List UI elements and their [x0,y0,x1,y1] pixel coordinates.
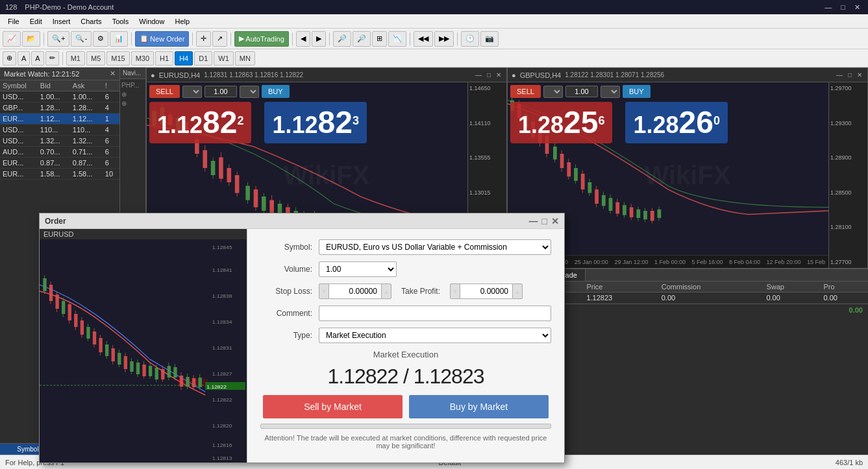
eurusd-sell-btn[interactable]: SELL [149,85,180,98]
menu-charts[interactable]: Charts [75,16,106,27]
close-btn[interactable]: ✕ [852,3,863,12]
gbpusd-buy-super: 0 [713,114,720,127]
eurusd-close-btn[interactable]: ✕ [495,71,502,78]
eurusd-sell-dropdown[interactable] [182,86,202,98]
tf-h1[interactable]: H1 [155,51,173,66]
zoom-chart-btn[interactable]: 🔎 [333,31,351,47]
gbpusd-close-btn[interactable]: ✕ [856,71,863,78]
col-bid: Bid [38,80,70,91]
dialog-close-btn[interactable]: ✕ [551,216,559,226]
menu-file[interactable]: File [3,16,25,27]
menu-window[interactable]: Window [134,16,169,27]
gbpusd-sell-btn[interactable]: SELL [510,85,541,98]
symbol-select[interactable]: EURUSD, Euro vs US Dollar Variable + Com… [319,239,551,255]
market-row[interactable]: USD... 110... 110... 4 [0,125,119,136]
move-left-btn[interactable]: ◀◀ [414,31,433,47]
eurusd-price-input[interactable] [205,86,237,97]
eurusd-title-left: ● EURUSD,H4 1.12831 1.12863 1.12816 1.12… [151,71,303,79]
gbpusd-price-input[interactable] [565,86,598,97]
indicators-btn[interactable]: 📊 [110,31,128,47]
new-order-btn[interactable]: 📋 New Order [135,31,189,47]
open-btn[interactable]: 📂 [22,31,40,47]
new-chart-btn[interactable]: 📈 [3,31,21,47]
ask-cell: 0.71... [70,147,103,158]
tf-m30[interactable]: M30 [131,51,154,66]
market-row[interactable]: EUR... 1.58... 1.58... 10 [0,169,119,180]
minimize-btn[interactable]: — [822,3,834,12]
sl-input[interactable] [329,283,381,299]
crosshair-btn[interactable]: ✛ [196,31,211,47]
buy-by-market-btn[interactable]: Buy by Market [409,395,549,418]
sell-by-market-btn[interactable]: Sell by Market [263,395,403,418]
menu-tools[interactable]: Tools [107,16,134,27]
zoom-in-btn[interactable]: 🔍+ [47,31,69,47]
tb2-text-btn[interactable]: A [18,51,30,66]
svg-text:1.12834: 1.12834 [212,319,232,325]
eurusd-restore-btn[interactable]: □ [486,71,492,78]
zoom-out2-btn[interactable]: 🔎 [353,31,371,47]
forward-btn[interactable]: ▶ [312,31,326,47]
tp-input[interactable] [460,283,512,299]
market-watch-close[interactable]: ✕ [110,69,116,78]
sl-decrement[interactable]: ▼ [319,283,329,299]
gbpusd-vol-dropdown[interactable] [601,86,620,98]
maximize-btn[interactable]: □ [838,3,848,12]
dialog-minimize-btn[interactable]: — [529,216,538,226]
volume-btn[interactable]: 📉 [388,31,406,47]
nav-item[interactable]: PHP... [121,82,144,89]
autotrading-btn[interactable]: ▶ AutoTrading [234,31,289,47]
dialog-maximize-btn[interactable]: □ [542,216,547,226]
gbpusd-minimize-btn[interactable]: — [835,71,844,78]
market-row[interactable]: AUD... 0.70... 0.71... 6 [0,147,119,158]
col-price: Price [582,282,657,293]
svg-rect-175 [161,369,164,379]
type-select[interactable]: Market Execution [319,328,551,343]
tp-label: Take Profit: [401,287,440,296]
market-row[interactable]: USD... 1.32... 1.32... 6 [0,136,119,147]
tf-h4[interactable]: H4 [175,51,193,66]
tb2-nav-btn[interactable]: ⊕ [3,51,16,66]
nav-item-icon[interactable]: ⊕ [121,91,144,98]
menu-edit[interactable]: Edit [25,16,47,27]
menu-help[interactable]: Help [169,16,195,27]
chart-props-btn[interactable]: ⚙ [93,31,108,47]
tp-increment[interactable]: ▲ [512,283,523,299]
tf-m5[interactable]: M5 [86,51,105,66]
zoom-out-btn[interactable]: 🔍- [71,31,92,47]
back-btn[interactable]: ◀ [296,31,310,47]
market-row[interactable]: EUR... 0.87... 0.87... 6 [0,158,119,169]
tf-w1[interactable]: W1 [214,51,234,66]
market-row[interactable]: GBP... 1.28... 1.28... 4 [0,102,119,114]
gbpusd-buy-btn[interactable]: BUY [623,85,651,98]
market-row-selected[interactable]: EUR... 1.12... 1.12... 1 [0,114,119,125]
menu-insert[interactable]: Insert [47,16,76,27]
grid-btn[interactable]: ⊞ [372,31,387,47]
tb2-draw-btn[interactable]: ✏ [45,51,59,66]
eurusd-minimize-btn[interactable]: — [474,71,483,78]
eurusd-vol-dropdown[interactable] [240,86,259,98]
eurusd-buy-btn[interactable]: BUY [262,85,290,98]
volume-select[interactable]: 1.00 [319,261,397,277]
clock-btn[interactable]: 🕐 [461,31,479,47]
tp-decrement[interactable]: ▼ [450,283,460,299]
sl-increment[interactable]: ▲ [381,283,391,299]
move-right-btn[interactable]: ▶▶ [434,31,454,47]
tb2-bold-btn[interactable]: A [31,51,43,66]
tf-mn[interactable]: MN [235,51,255,66]
market-watch-table: Symbol Bid Ask ! USD... 1.00... 1.00... … [0,80,119,180]
nav-item-2[interactable]: ⊕ [121,100,144,107]
tf-m1[interactable]: M1 [66,51,85,66]
window-controls[interactable]: — □ ✕ [822,3,863,12]
col-commission: Commission [658,282,763,293]
eurusd-prices: 1.12831 1.12863 1.12816 1.12822 [204,71,303,78]
gbpusd-restore-btn[interactable]: □ [847,71,853,78]
bid-cell: 1.32... [38,136,70,147]
screenshot-btn[interactable]: 📷 [480,31,499,47]
arrow-btn[interactable]: ↗ [212,31,227,47]
tf-m15[interactable]: M15 [106,51,129,66]
tf-d1[interactable]: D1 [194,51,212,66]
gbpusd-chart-titlebar: ● GBPUSD,H4 1.28122 1.28301 1.28071 1.28… [508,68,867,82]
market-row[interactable]: USD... 1.00... 1.00... 6 [0,91,119,102]
comment-input[interactable] [319,306,551,321]
gbpusd-sell-dropdown[interactable] [543,86,563,98]
